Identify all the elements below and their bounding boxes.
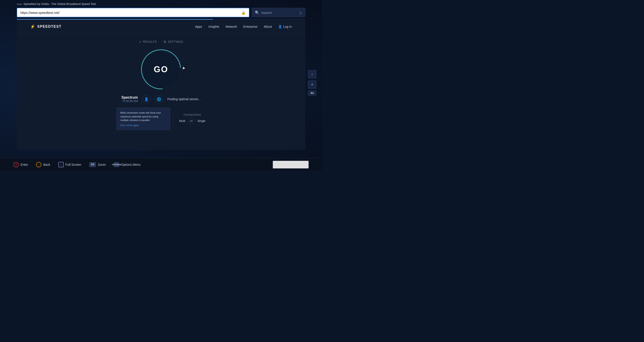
x-button[interactable]: ✕ [14, 162, 19, 167]
bottom-toolbar: ✕ Enter ○ Back □ Full Screen R3 Zoom OPT… [0, 158, 322, 171]
title-bar: www Speedtest by Ookla - The Global Broa… [0, 0, 322, 8]
url-bar[interactable]: https://www.speedtest.net/ 🔒 [17, 8, 249, 17]
website-content: ⚡ SPEEDTEST Apps Insights Network Enterp… [17, 20, 305, 150]
speedtest-nav: ⚡ SPEEDTEST Apps Insights Network Enterp… [17, 20, 305, 33]
go-button-wrapper: GO [142, 50, 180, 88]
search-bar[interactable]: 🔍 Search △ [252, 8, 305, 17]
nav-insights[interactable]: Insights [208, 25, 219, 28]
forward-button[interactable]: › [308, 70, 316, 78]
www-icon: www [17, 3, 22, 5]
nav-links: Apps Insights Network Enterprise About 👤… [195, 25, 292, 28]
tabs-row: ✓ RESULTS ⚙ SETTINGS [139, 40, 183, 44]
white-box [273, 161, 308, 168]
progress-bar-container [0, 19, 322, 20]
r2-label: R2 [308, 90, 316, 96]
dont-show-button[interactable]: Don't show again [120, 124, 166, 126]
page-title: Speedtest by Ookla - The Global Broadban… [24, 2, 96, 6]
speedtest-logo-text: SPEEDTEST [37, 24, 62, 29]
settings-icon: ⚙ [164, 40, 166, 44]
progress-fill [17, 19, 213, 20]
server-info-row: Spectrum 70.92.66.204 👤 🌐 Finding optima… [122, 95, 200, 103]
results-icon: ✓ [139, 40, 142, 44]
login-user-icon: 👤 [278, 25, 282, 28]
tooltip-box: Multi connection mode will show your max… [116, 108, 170, 130]
speedtest-logo: ⚡ SPEEDTEST [30, 24, 62, 29]
speedtest-main: ✓ RESULTS ⚙ SETTINGS GO Spectrum 70.92.6… [17, 33, 305, 134]
single-option[interactable]: Single [198, 119, 206, 122]
square-button[interactable]: □ [58, 162, 64, 167]
connections-inner: Connections Multi ⇄ Single [179, 113, 206, 124]
speedtest-logo-icon: ⚡ [30, 24, 36, 29]
cursor [183, 67, 188, 72]
search-icon: 🔍 [255, 10, 260, 15]
r3-button[interactable]: R3 [89, 162, 96, 167]
enter-action: ✕ Enter [14, 162, 28, 167]
triangle-icon: △ [300, 11, 302, 14]
tooltip-text: Multi connection mode will show your max… [120, 111, 166, 122]
zoom-label: Zoom [98, 163, 106, 166]
nav-enterprise[interactable]: Enterprise [243, 25, 258, 28]
fullscreen-label: Full Screen [66, 163, 82, 166]
right-panel: › + R2 [308, 70, 316, 96]
server-ip: 70.92.66.204 [122, 100, 138, 103]
back-label: Back [43, 163, 50, 166]
toolbar-right [273, 161, 308, 168]
connections-label: Connections [179, 113, 206, 116]
server-name-block: Spectrum 70.92.66.204 [122, 96, 138, 103]
globe-icon-button[interactable]: 🌐 [155, 95, 163, 103]
options-label: Options Menu [121, 163, 140, 166]
go-button[interactable]: GO [142, 50, 180, 88]
nav-login[interactable]: 👤 Log In [278, 25, 292, 28]
circle-button[interactable]: ○ [36, 162, 41, 167]
tab-settings-label: SETTINGS [168, 40, 183, 44]
server-change-button[interactable]: 👤 [142, 95, 150, 103]
back-action: ○ Back [36, 162, 50, 167]
add-tab-button[interactable]: + [308, 80, 316, 89]
tab-results[interactable]: ✓ RESULTS [139, 40, 157, 44]
server-name: Spectrum [122, 96, 138, 100]
zoom-action: R3 Zoom [89, 162, 106, 167]
nav-apps[interactable]: Apps [195, 25, 202, 28]
connection-icon: ⇄ [188, 118, 195, 124]
options-button[interactable]: OPTIONS [114, 162, 119, 167]
search-label: Search [261, 11, 272, 14]
enter-label: Enter [20, 163, 28, 166]
browser-chrome: https://www.speedtest.net/ 🔒 🔍 Search △ [0, 8, 322, 19]
tab-results-label: RESULTS [143, 40, 157, 44]
connections-section: Multi connection mode will show your max… [116, 108, 206, 130]
progress-bar [17, 19, 305, 20]
nav-about[interactable]: About [264, 25, 272, 28]
url-text: https://www.speedtest.net/ [20, 11, 60, 14]
nav-network[interactable]: Network [226, 25, 237, 28]
finding-server-text: Finding optimal server... [168, 97, 201, 101]
lock-icon: 🔒 [241, 10, 246, 15]
tab-settings[interactable]: ⚙ SETTINGS [164, 40, 183, 44]
fullscreen-action: □ Full Screen [58, 162, 82, 167]
connection-options: Multi ⇄ Single [179, 118, 206, 124]
go-arc [133, 42, 189, 98]
multi-option[interactable]: Multi [179, 119, 185, 122]
options-action: OPTIONS Options Menu [114, 162, 140, 167]
